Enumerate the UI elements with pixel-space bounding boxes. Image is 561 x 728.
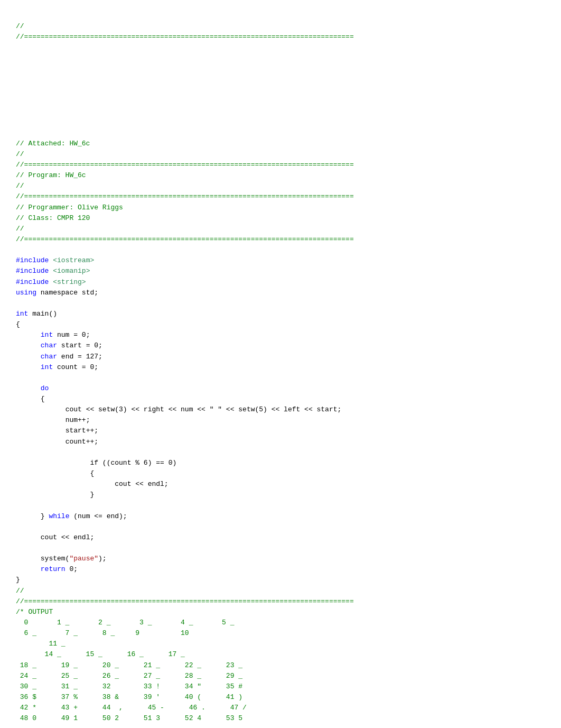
include-string: #include <string> (16, 278, 86, 286)
include-iomanip: #include <iomanip> (16, 267, 90, 275)
cout-statement: cout << setw(3) << right << num << " " <… (66, 406, 342, 413)
code-editor: // //===================================… (16, 11, 545, 724)
system-pause: system("pause"); (41, 555, 107, 563)
include-iostream: #include <iostream> (16, 256, 94, 264)
start-increment: start++; (66, 427, 98, 435)
output-section: /* OUTPUT 0 1 _ 2 _ 3 _ 4 _ 5 _ 6 _ 7 _ … (16, 608, 247, 722)
attached-comment: // Attached: HW_6c // //================… (16, 140, 354, 243)
if-open-brace: { (90, 469, 94, 477)
cout-endl: cout << endl; (115, 480, 168, 488)
var-count: int count = 0; (41, 363, 98, 371)
using-namespace: using namespace std; (16, 289, 98, 297)
main-func-decl: int main() (16, 310, 57, 318)
while-clause: } while (num <= end); (41, 512, 127, 520)
return-stmt: return 0; (41, 565, 78, 573)
final-cout-endl: cout << endl; (41, 533, 94, 541)
line-comment-1: // //===================================… (16, 22, 354, 41)
if-statement: if ((count % 6) == 0) (90, 459, 176, 467)
close-brace-main: } (16, 576, 20, 584)
if-close-brace: } (90, 491, 94, 499)
count-increment: count++; (66, 438, 98, 446)
end-comment: // //===================================… (16, 587, 354, 605)
do-open-brace: { (41, 395, 45, 403)
var-num: int num = 0; (41, 331, 90, 339)
num-increment: num++; (66, 416, 90, 424)
open-brace-main: { (16, 320, 20, 328)
var-start: char start = 0; (41, 342, 102, 349)
var-end: char end = 127; (41, 353, 102, 361)
do-keyword: do (41, 384, 49, 392)
